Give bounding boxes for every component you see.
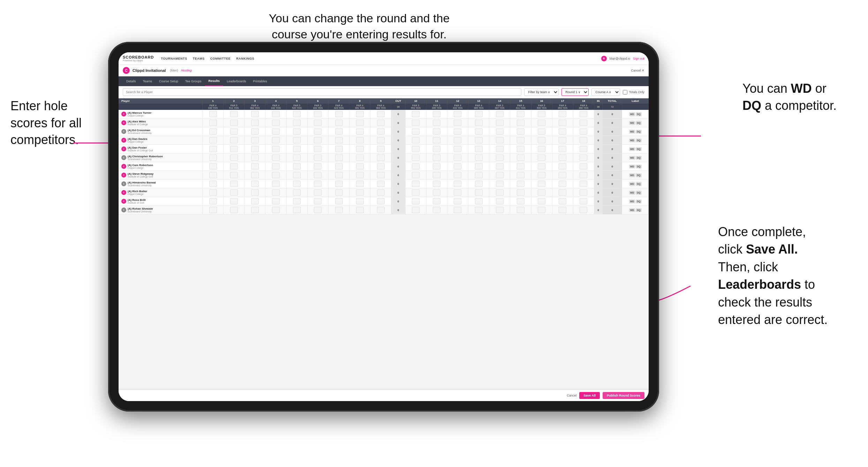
score-input-hole-17[interactable] bbox=[559, 163, 566, 170]
score-hole-13[interactable] bbox=[468, 110, 489, 119]
wd-button[interactable]: WD bbox=[629, 191, 635, 195]
score-input-hole-6[interactable] bbox=[314, 198, 322, 204]
wd-button[interactable]: WD bbox=[629, 208, 635, 212]
score-hole-14[interactable] bbox=[489, 153, 510, 162]
score-input-hole-4[interactable] bbox=[272, 181, 280, 187]
score-input-hole-5[interactable] bbox=[293, 111, 301, 117]
score-hole-3[interactable] bbox=[244, 180, 265, 188]
score-hole-16[interactable] bbox=[531, 188, 552, 197]
score-hole-7[interactable] bbox=[328, 136, 349, 145]
score-input-hole-6[interactable] bbox=[314, 189, 322, 196]
score-hole-11[interactable] bbox=[426, 206, 447, 214]
score-hole-3[interactable] bbox=[244, 119, 265, 127]
score-hole-10[interactable] bbox=[405, 110, 426, 119]
score-hole-13[interactable] bbox=[468, 127, 489, 136]
score-input-hole-13[interactable] bbox=[475, 189, 483, 196]
score-hole-6[interactable] bbox=[307, 206, 328, 214]
score-input-hole-9[interactable] bbox=[377, 155, 385, 161]
score-input-hole-16[interactable] bbox=[538, 120, 545, 126]
score-hole-3[interactable] bbox=[244, 206, 265, 214]
score-hole-9[interactable] bbox=[370, 171, 391, 180]
score-hole-1[interactable] bbox=[202, 127, 223, 136]
score-input-hole-7[interactable] bbox=[335, 155, 343, 161]
score-input-hole-17[interactable] bbox=[559, 181, 566, 187]
score-hole-16[interactable] bbox=[531, 162, 552, 171]
score-input-hole-16[interactable] bbox=[538, 111, 545, 117]
score-hole-13[interactable] bbox=[468, 136, 489, 145]
totals-only-checkbox[interactable] bbox=[623, 90, 627, 95]
score-input-hole-4[interactable] bbox=[272, 120, 280, 126]
score-input-hole-5[interactable] bbox=[293, 128, 301, 135]
score-hole-17[interactable] bbox=[552, 119, 573, 127]
score-input-hole-18[interactable] bbox=[580, 137, 587, 143]
score-input-hole-9[interactable] bbox=[377, 137, 385, 143]
score-hole-13[interactable] bbox=[468, 197, 489, 206]
score-input-hole-12[interactable] bbox=[454, 128, 461, 135]
score-hole-9[interactable] bbox=[370, 206, 391, 214]
score-hole-18[interactable] bbox=[573, 171, 594, 180]
score-hole-3[interactable] bbox=[244, 162, 265, 171]
score-hole-17[interactable] bbox=[552, 162, 573, 171]
wd-button[interactable]: WD bbox=[629, 199, 635, 203]
dq-button[interactable]: DQ bbox=[636, 156, 642, 160]
score-hole-15[interactable] bbox=[510, 162, 531, 171]
score-hole-10[interactable] bbox=[405, 127, 426, 136]
score-hole-3[interactable] bbox=[244, 136, 265, 145]
score-hole-16[interactable] bbox=[531, 110, 552, 119]
score-hole-8[interactable] bbox=[349, 162, 370, 171]
wd-button[interactable]: WD bbox=[629, 138, 635, 142]
score-input-hole-8[interactable] bbox=[356, 120, 364, 126]
score-hole-12[interactable] bbox=[447, 180, 468, 188]
score-hole-10[interactable] bbox=[405, 197, 426, 206]
round-select[interactable]: Round 1 ∨ bbox=[561, 88, 589, 96]
score-hole-14[interactable] bbox=[489, 162, 510, 171]
score-hole-7[interactable] bbox=[328, 197, 349, 206]
score-input-hole-6[interactable] bbox=[314, 111, 322, 117]
score-input-hole-7[interactable] bbox=[335, 128, 343, 135]
score-input-hole-3[interactable] bbox=[251, 155, 259, 161]
score-hole-17[interactable] bbox=[552, 153, 573, 162]
score-input-hole-16[interactable] bbox=[538, 172, 545, 178]
dq-button[interactable]: DQ bbox=[636, 138, 642, 142]
score-input-hole-3[interactable] bbox=[251, 146, 259, 152]
score-input-hole-15[interactable] bbox=[517, 120, 524, 126]
score-hole-18[interactable] bbox=[573, 119, 594, 127]
score-hole-9[interactable] bbox=[370, 188, 391, 197]
score-hole-12[interactable] bbox=[447, 136, 468, 145]
score-input-hole-11[interactable] bbox=[433, 111, 440, 117]
score-hole-9[interactable] bbox=[370, 127, 391, 136]
wd-button[interactable]: WD bbox=[629, 130, 635, 134]
score-input-hole-13[interactable] bbox=[475, 128, 483, 135]
score-input-hole-15[interactable] bbox=[517, 181, 524, 187]
score-hole-4[interactable] bbox=[265, 188, 286, 197]
score-input-hole-7[interactable] bbox=[335, 189, 343, 196]
score-input-hole-14[interactable] bbox=[496, 146, 504, 152]
score-hole-12[interactable] bbox=[447, 127, 468, 136]
score-hole-3[interactable] bbox=[244, 127, 265, 136]
score-hole-12[interactable] bbox=[447, 162, 468, 171]
score-input-hole-9[interactable] bbox=[377, 163, 385, 170]
score-hole-1[interactable] bbox=[202, 153, 223, 162]
score-input-hole-11[interactable] bbox=[433, 198, 440, 204]
score-input-hole-12[interactable] bbox=[454, 181, 461, 187]
dq-button[interactable]: DQ bbox=[636, 165, 642, 168]
score-input-hole-9[interactable] bbox=[377, 146, 385, 152]
score-hole-5[interactable] bbox=[286, 136, 307, 145]
score-input-hole-5[interactable] bbox=[293, 172, 301, 178]
score-input-hole-1[interactable] bbox=[209, 172, 217, 178]
score-input-hole-17[interactable] bbox=[559, 155, 566, 161]
score-input-hole-6[interactable] bbox=[314, 207, 322, 213]
score-hole-15[interactable] bbox=[510, 188, 531, 197]
score-input-hole-7[interactable] bbox=[335, 207, 343, 213]
score-hole-16[interactable] bbox=[531, 145, 552, 153]
score-input-hole-8[interactable] bbox=[356, 128, 364, 135]
score-input-hole-10[interactable] bbox=[412, 120, 420, 126]
dq-button[interactable]: DQ bbox=[636, 112, 642, 116]
score-input-hole-9[interactable] bbox=[377, 120, 385, 126]
score-input-hole-5[interactable] bbox=[293, 146, 301, 152]
score-input-hole-3[interactable] bbox=[251, 128, 259, 135]
score-input-hole-10[interactable] bbox=[412, 128, 420, 135]
score-input-hole-10[interactable] bbox=[412, 137, 420, 143]
score-input-hole-7[interactable] bbox=[335, 163, 343, 170]
nav-committee[interactable]: COMMITTEE bbox=[210, 57, 231, 60]
